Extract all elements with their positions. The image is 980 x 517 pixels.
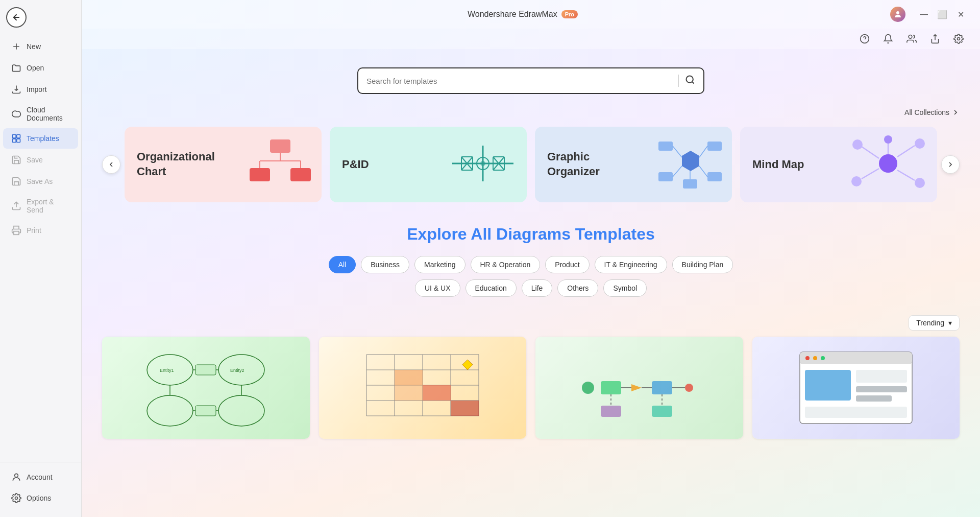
template-card-graphic[interactable]: Graphic Organizer <box>535 127 732 202</box>
template-thumb-2[interactable] <box>319 337 527 439</box>
sidebar-label-templates: Templates <box>27 134 59 143</box>
svg-rect-1 <box>17 135 20 138</box>
sidebar-item-templates[interactable]: Templates <box>3 128 78 149</box>
community-icon[interactable] <box>904 32 919 46</box>
template-card-mind[interactable]: Mind Map <box>740 127 937 202</box>
carousel-next[interactable] <box>941 155 960 174</box>
sidebar-nav: New Open Import <box>0 32 81 462</box>
svg-rect-76 <box>395 385 423 401</box>
trending-dropdown[interactable]: Trending ▾ <box>909 315 960 331</box>
sidebar-item-import[interactable]: Import <box>3 79 78 100</box>
import-icon <box>11 84 21 95</box>
svg-rect-83 <box>652 381 672 394</box>
cloud-icon <box>11 109 21 119</box>
svg-point-50 <box>884 135 892 144</box>
sidebar-item-save[interactable]: Save <box>3 150 78 170</box>
svg-rect-18 <box>290 168 311 181</box>
filter-row-2: UI & UX Education Life Others Symbol <box>102 279 960 297</box>
svg-rect-97 <box>856 386 907 392</box>
svg-line-35 <box>673 146 682 157</box>
pid-image <box>447 135 519 194</box>
svg-rect-98 <box>856 395 892 402</box>
filter-marketing[interactable]: Marketing <box>414 256 465 273</box>
filter-symbol[interactable]: Symbol <box>603 279 647 297</box>
bell-icon[interactable] <box>881 32 895 46</box>
sidebar-item-export[interactable]: Export & Send <box>3 193 78 219</box>
filter-it[interactable]: IT & Engineering <box>595 256 667 273</box>
sidebar-top <box>0 0 81 32</box>
svg-point-94 <box>821 356 825 360</box>
sidebar-label-new: New <box>27 42 41 51</box>
share-icon[interactable] <box>928 32 942 46</box>
explore-colored: All Diagrams Templates <box>471 225 654 243</box>
svg-rect-31 <box>707 142 722 151</box>
search-box <box>357 67 704 94</box>
sidebar-item-print[interactable]: Print <box>3 220 78 241</box>
filter-education[interactable]: Education <box>465 279 517 297</box>
svg-point-54 <box>218 395 264 426</box>
template-thumb-3[interactable] <box>535 337 743 439</box>
svg-point-40 <box>879 154 897 173</box>
svg-point-46 <box>915 138 925 149</box>
svg-point-92 <box>805 356 810 360</box>
settings-icon[interactable] <box>951 32 966 46</box>
svg-marker-81 <box>631 384 642 391</box>
sidebar-item-account[interactable]: Account <box>3 467 78 487</box>
explore-title: Explore All Diagrams Templates <box>102 225 960 244</box>
filter-building[interactable]: Building Plan <box>672 256 733 273</box>
filter-ui[interactable]: UI & UX <box>415 279 460 297</box>
svg-point-6 <box>15 497 18 500</box>
svg-rect-2 <box>13 139 16 143</box>
explore-plain: Explore <box>407 225 471 243</box>
options-icon <box>11 493 21 503</box>
svg-line-36 <box>699 146 707 157</box>
template-card-pid[interactable]: P&ID <box>330 127 527 202</box>
svg-rect-3 <box>17 139 20 143</box>
template-thumb-1[interactable]: Entity1 Entity2 <box>102 337 310 439</box>
svg-text:Entity1: Entity1 <box>160 368 174 373</box>
sidebar-label-account: Account <box>27 473 53 481</box>
close-button[interactable]: ✕ <box>953 7 968 21</box>
help-icon[interactable] <box>857 32 872 46</box>
filter-business[interactable]: Business <box>361 256 409 273</box>
graphic-image <box>657 135 724 194</box>
secondary-toolbar <box>82 29 980 49</box>
svg-rect-74 <box>423 385 451 401</box>
sidebar-item-new[interactable]: New <box>3 36 78 57</box>
filter-hr[interactable]: HR & Operation <box>471 256 541 273</box>
svg-rect-4 <box>14 231 19 235</box>
svg-rect-33 <box>707 172 722 181</box>
svg-rect-59 <box>195 365 216 375</box>
minimize-button[interactable]: — <box>917 7 931 21</box>
svg-line-43 <box>862 169 879 179</box>
sidebar-item-saveas[interactable]: Save As <box>3 171 78 192</box>
save-icon <box>11 155 21 165</box>
sidebar: New Open Import <box>0 0 82 517</box>
template-grid: Entity1 Entity2 <box>82 337 980 449</box>
sidebar-item-cloud[interactable]: Cloud Documents <box>3 101 78 127</box>
trending-arrow-icon: ▾ <box>948 319 952 327</box>
svg-line-38 <box>699 166 707 177</box>
template-thumb-4[interactable] <box>752 337 960 439</box>
carousel-section: All Collections Organizational Chart <box>82 108 980 215</box>
app-title: Wondershare EdrawMax <box>468 10 557 19</box>
all-collections-link[interactable]: All Collections <box>904 108 960 116</box>
svg-marker-29 <box>682 151 699 171</box>
svg-point-48 <box>915 178 925 188</box>
maximize-button[interactable]: ⬜ <box>935 7 949 21</box>
filter-life[interactable]: Life <box>522 279 553 297</box>
filter-all[interactable]: All <box>329 256 356 273</box>
search-input[interactable] <box>366 77 672 85</box>
svg-rect-17 <box>250 168 270 181</box>
content-area: All Collections Organizational Chart <box>82 49 980 517</box>
filter-product[interactable]: Product <box>545 256 589 273</box>
search-button[interactable] <box>685 75 695 87</box>
saveas-icon <box>11 176 21 186</box>
carousel-prev[interactable] <box>102 155 120 174</box>
template-card-org[interactable]: Organizational Chart <box>125 127 322 202</box>
back-button[interactable] <box>6 7 27 28</box>
filter-others[interactable]: Others <box>557 279 598 297</box>
sidebar-item-options[interactable]: Options <box>3 488 78 508</box>
sidebar-item-open[interactable]: Open <box>3 58 78 78</box>
svg-point-9 <box>909 35 912 39</box>
